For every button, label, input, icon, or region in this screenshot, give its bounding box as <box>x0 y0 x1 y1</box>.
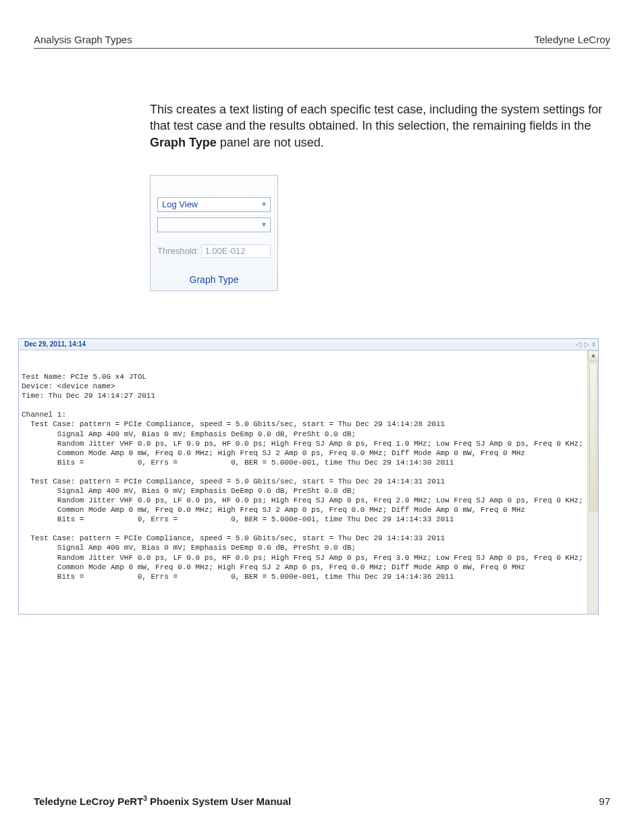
intro-paragraph: This creates a text listing of each spec… <box>150 101 622 151</box>
graph-type-panel: Log View ▼ ▼ Threshold: 1.00E-012 Graph … <box>150 175 278 291</box>
next-tab-icon[interactable]: ▷ <box>584 340 589 348</box>
graph-type-primary-select[interactable]: Log View ▼ <box>157 197 271 212</box>
chevron-down-icon: ▼ <box>261 221 267 228</box>
scroll-up-icon[interactable]: ▲ <box>588 350 598 361</box>
log-view-text: Test Name: PCIe 5.0G x4 JTOL Device: <de… <box>22 372 586 581</box>
footer-product-prefix: Teledyne LeCroy PeRT <box>34 796 143 807</box>
header-rule <box>34 48 610 49</box>
page-number: 97 <box>599 796 610 807</box>
graph-type-footer-label: Graph Type <box>157 274 271 288</box>
header-right: Teledyne LeCroy <box>534 34 610 45</box>
prev-tab-icon[interactable]: ◁ <box>576 340 581 348</box>
intro-pre: This creates a text listing of each spec… <box>150 103 602 132</box>
log-view-window: Dec 29, 2011, 14:14 ◁ ▷ x Test Name: PCI… <box>18 338 599 615</box>
scrollbar[interactable]: ▲ <box>587 350 598 614</box>
log-view-tabbar: Dec 29, 2011, 14:14 ◁ ▷ x <box>19 339 598 350</box>
header-left: Analysis Graph Types <box>34 34 132 45</box>
close-icon[interactable]: x <box>592 340 595 348</box>
intro-post: panel are not used. <box>217 136 324 149</box>
threshold-label: Threshold: <box>157 246 198 256</box>
chevron-down-icon: ▼ <box>261 201 267 208</box>
log-view-body: Test Name: PCIe 5.0G x4 JTOL Device: <de… <box>19 350 598 614</box>
graph-type-secondary-select[interactable]: ▼ <box>157 217 271 232</box>
scroll-thumb[interactable] <box>589 363 597 511</box>
graph-type-primary-value: Log View <box>162 199 198 209</box>
footer-product-suffix: Phoenix System User Manual <box>147 796 291 807</box>
intro-bold: Graph Type <box>150 136 217 149</box>
log-view-tab[interactable]: Dec 29, 2011, 14:14 <box>19 340 91 348</box>
threshold-row: Threshold: 1.00E-012 <box>157 244 271 258</box>
threshold-field[interactable]: 1.00E-012 <box>201 244 271 258</box>
footer-product: Teledyne LeCroy PeRT3 Phoenix System Use… <box>34 795 291 807</box>
